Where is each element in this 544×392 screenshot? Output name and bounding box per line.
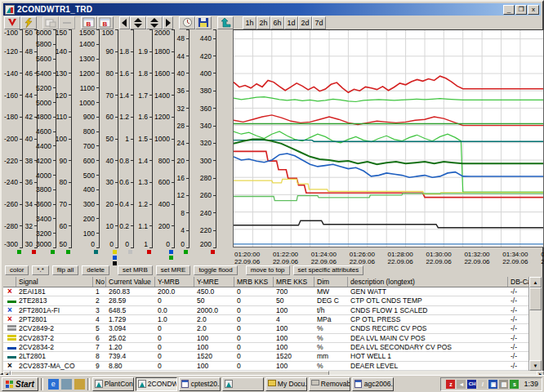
- task-button-my-docu-[interactable]: My Docu...: [265, 377, 307, 391]
- axis-label: 240: [200, 209, 212, 217]
- task-button-removab-[interactable]: Removab...: [309, 377, 350, 391]
- tray-printer-icon[interactable]: ▤: [499, 380, 508, 389]
- column-header-no[interactable]: No: [93, 277, 106, 287]
- table-row[interactable]: 2CV2837-2625.0201000100%DEA LVL MAIN CV …: [3, 334, 532, 343]
- table-row[interactable]: 2TE2813228.59050050DEG CCTP OTL CNDS TEM…: [3, 296, 532, 305]
- axis-label: 80: [60, 178, 67, 186]
- cell-y-mre: 2.0: [194, 315, 234, 323]
- copy-trend-button[interactable]: [42, 16, 59, 29]
- task-button-agc2006-[interactable]: agc2006...: [352, 377, 394, 391]
- legend-cell: [3, 334, 16, 342]
- table-row[interactable]: ×2FT2801A-FI3648.50.02000.00100t/hCNDS F…: [3, 306, 532, 315]
- column-header-mre-kks[interactable]: MRE KKS: [274, 277, 314, 287]
- table-row[interactable]: ×2CV2837-MA_CO98.8001000100%DEAER LEVEL-…: [3, 362, 532, 371]
- axis-line: [216, 29, 216, 247]
- cell-y-mrb: 0.0: [155, 306, 194, 314]
- set-mre-button[interactable]: set MRE: [156, 265, 191, 275]
- quicklaunch-outlook-icon[interactable]: [74, 379, 85, 390]
- axis-label: 100: [56, 135, 67, 143]
- tray-icons: z◄CH/▣▤s: [444, 380, 519, 389]
- scroll-down-icon[interactable]: ▼: [529, 360, 542, 371]
- range-end-button[interactable]: B: [97, 16, 114, 29]
- b-box-icon: B: [82, 17, 96, 28]
- cell-current-value: 3.094: [106, 324, 155, 332]
- range-button-1d[interactable]: 1d: [284, 16, 298, 29]
- task-button-2condw-[interactable]: 2CONDW...: [136, 377, 177, 391]
- axis-label: 70: [60, 200, 67, 208]
- alarm-filter-button[interactable]: [4, 16, 20, 29]
- export-button[interactable]: [217, 16, 234, 29]
- toggle-flood-button[interactable]: toggle flood: [194, 265, 237, 275]
- flip-all-button[interactable]: flip all: [52, 265, 78, 275]
- column-header-y-mre[interactable]: Y-MRE: [194, 277, 234, 287]
- table-row[interactable]: 2LT28018739.40152001520mmHOT WELL 1-/-: [3, 352, 532, 361]
- x-axis-label: 01:36:22.09.: [541, 251, 544, 265]
- scroll-right-button[interactable]: [163, 16, 173, 29]
- column-header-signal[interactable]: Signal: [16, 277, 93, 287]
- time-window-button[interactable]: [179, 16, 195, 29]
- table-row[interactable]: ×2PT280141.7291.02.004MPaCP OTL PRESS-/-: [3, 315, 532, 324]
- table-vertical-scrollbar[interactable]: ▲ ▼: [528, 277, 541, 371]
- axis-label: 8: [181, 209, 185, 217]
- table-row[interactable]: 2CV2834-271.2001000100%DEA LVL SECONDARY…: [3, 343, 532, 352]
- save-button[interactable]: [195, 16, 212, 29]
- column-header-current-value[interactable]: Current Value: [106, 277, 155, 287]
- edit-curve-button[interactable]: [20, 16, 37, 29]
- tray-alarm-icon[interactable]: z: [446, 380, 455, 389]
- table-row[interactable]: ×2EAI1811260.83200.0450.00700MWGEN WATT-…: [3, 287, 532, 296]
- zoom-vertical-button[interactable]: [130, 16, 146, 29]
- scroll-left-button[interactable]: [119, 16, 130, 29]
- tray-display-icon[interactable]: ▣: [488, 380, 497, 389]
- task-button-untitled-3[interactable]: [222, 377, 264, 391]
- range-button-2h[interactable]: 2h: [256, 16, 270, 29]
- quicklaunch-desktop-icon[interactable]: [61, 379, 72, 390]
- time-label: 01:26:00: [350, 251, 375, 258]
- plot-area[interactable]: [233, 29, 544, 247]
- start-button[interactable]: Start: [2, 377, 38, 391]
- range-button-6h[interactable]: 6h: [270, 16, 284, 29]
- tray-sync-icon[interactable]: s: [510, 380, 519, 389]
- range-button-7d[interactable]: 7d: [312, 16, 326, 29]
- task-button-cptest20-[interactable]: cptest20...: [179, 377, 221, 391]
- cell-no: 8: [93, 352, 106, 360]
- column-header-mrb-kks[interactable]: MRB KKS: [234, 277, 274, 287]
- tray-language-icon[interactable]: CH: [467, 380, 476, 389]
- tray-pen-icon[interactable]: /: [478, 380, 487, 389]
- cell-description: HOT WELL 1: [348, 352, 508, 360]
- dash-icon: [61, 18, 73, 28]
- trend-plot-svg: [234, 30, 543, 247]
- quicklaunch-ie-icon[interactable]: e: [48, 379, 59, 390]
- delete-button[interactable]: delete: [82, 265, 109, 275]
- set-mrb-button[interactable]: set MRB: [118, 265, 153, 275]
- move-to-top-button[interactable]: move to top: [246, 265, 290, 275]
- window-title: 2CONDWTR1_TRD: [17, 5, 502, 14]
- zoom-vertical-2-button[interactable]: [146, 16, 163, 29]
- collapse-button[interactable]: [59, 16, 75, 29]
- set-specific-attributes-button[interactable]: set specific attributes: [293, 265, 364, 275]
- column-header-description-longtext-[interactable]: description (longtext): [348, 277, 508, 287]
- column-header-legend[interactable]: [3, 277, 16, 287]
- table-row[interactable]: 2CV2849-253.09402.00100%CNDS RECIRC CV P…: [3, 324, 532, 333]
- title-bar[interactable]: 2CONDWTR1_TRD _ ❐ x: [3, 3, 541, 16]
- range-button-1h[interactable]: 1h: [243, 16, 256, 29]
- color-button[interactable]: color: [5, 265, 29, 275]
- cell-description: DEA LVL SECONDARY CV POS: [348, 343, 508, 351]
- axis-label: 12: [177, 191, 185, 199]
- --button[interactable]: *.*: [32, 265, 48, 275]
- range-begin-button[interactable]: B: [81, 16, 97, 29]
- cell-current-value: 25.02: [106, 334, 155, 342]
- tray-volume-icon[interactable]: ◄: [457, 380, 466, 389]
- scroll-up-icon[interactable]: ▲: [529, 277, 542, 287]
- quick-launch: e: [46, 379, 85, 390]
- axis-tick: [186, 247, 190, 248]
- minimize-button[interactable]: _: [503, 5, 515, 15]
- column-header-dim[interactable]: Dim: [314, 277, 348, 287]
- close-button[interactable]: x: [528, 5, 539, 15]
- vertical-scroll-thumb[interactable]: [529, 287, 542, 310]
- column-header-y-mrb[interactable]: Y-MRB: [155, 277, 194, 287]
- range-button-2d[interactable]: 2d: [298, 16, 312, 29]
- task-button-plantcon-[interactable]: PlantCon...: [92, 377, 134, 391]
- maximize-button[interactable]: ❐: [515, 5, 527, 15]
- cell-y-mrb: 0: [155, 352, 194, 360]
- time-label: 01:28:00: [388, 251, 413, 258]
